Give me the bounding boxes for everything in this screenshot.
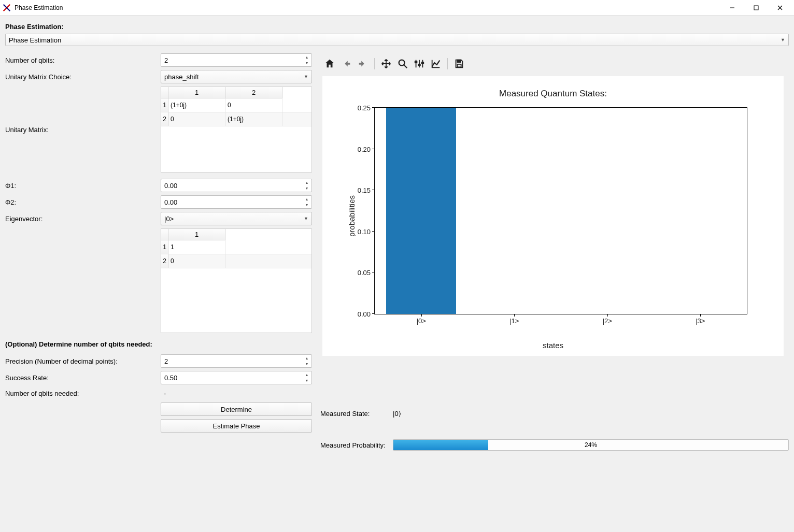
window-controls: [720, 0, 792, 16]
spinner-arrows-icon[interactable]: ▲▼: [303, 372, 310, 383]
num-qbits-value: 2: [164, 56, 168, 64]
matrix-row-header: 2: [161, 254, 168, 268]
chart-ylabel: probabilities: [347, 195, 356, 237]
unitary-matrix-table[interactable]: 1 2 1 (1+0j) 0 2 0 (1+0j): [161, 87, 312, 172]
algorithm-select[interactable]: Phase Estimation ▼: [5, 34, 789, 46]
unitary-choice-label: Unitary Matrix Choice:: [5, 73, 161, 81]
svg-rect-13: [422, 62, 424, 64]
matrix-cell[interactable]: 1: [168, 240, 225, 254]
chart-canvas[interactable]: Measured Quantum States: probabilities 0…: [322, 76, 784, 356]
qbits-needed-label: Number of qbits needed:: [5, 390, 161, 397]
eigenvector-select[interactable]: |0> ▼: [161, 212, 312, 225]
axes-edit-icon[interactable]: [429, 56, 443, 71]
matrix-cell[interactable]: (1+0j): [168, 98, 225, 112]
chart-xlabel: states: [543, 341, 563, 350]
estimate-phase-button[interactable]: Estimate Phase: [161, 419, 312, 433]
unitary-choice-value: phase_shift: [164, 73, 199, 81]
measured-prob-bar: 24%: [393, 439, 789, 451]
spinner-arrows-icon[interactable]: ▲▼: [303, 54, 310, 66]
measured-state-label: Measured State:: [320, 410, 393, 418]
algorithm-select-value: Phase Estimation: [9, 36, 61, 44]
save-icon[interactable]: [452, 56, 466, 71]
svg-rect-3: [754, 6, 758, 10]
phi1-label: Φ1:: [5, 182, 161, 190]
matrix-cell[interactable]: 0: [168, 112, 225, 126]
home-icon[interactable]: [322, 56, 337, 71]
qbits-needed-value: -: [161, 387, 312, 399]
matrix-row-header: 2: [161, 112, 168, 126]
chevron-down-icon: ▼: [304, 74, 308, 79]
toolbar-separator: [447, 58, 448, 69]
num-qbits-label: Number of qbits:: [5, 56, 161, 64]
matrix-cell[interactable]: 0: [168, 254, 225, 268]
determine-button[interactable]: Determine: [161, 402, 312, 416]
svg-rect-15: [457, 64, 461, 67]
measured-state-row: Measured State: |0⟩: [320, 410, 789, 418]
success-rate-label: Success Rate:: [5, 374, 161, 382]
matrix-col-header: 1: [168, 87, 225, 98]
titlebar: Phase Estimation: [0, 0, 794, 16]
phi2-label: Φ2:: [5, 198, 161, 206]
matrix-col-header: 1: [168, 229, 225, 240]
svg-rect-12: [418, 64, 420, 66]
minimize-button[interactable]: [720, 0, 744, 16]
chart-title: Measured Quantum States:: [322, 76, 784, 99]
matrix-row-header: 1: [161, 240, 168, 254]
matrix-row-header: 1: [161, 98, 168, 112]
forward-icon[interactable]: [356, 56, 370, 71]
precision-label: Precision (Number of decimal points):: [5, 357, 161, 365]
pan-icon[interactable]: [379, 56, 393, 71]
toolbar-separator: [374, 58, 375, 69]
app-window: Phase Estimation Phase Estimation: Phase…: [0, 0, 794, 532]
phi1-stepper[interactable]: 0.00 ▲▼: [161, 179, 312, 192]
chevron-down-icon: ▼: [781, 37, 785, 42]
precision-value: 2: [164, 357, 168, 365]
success-rate-stepper[interactable]: 0.50 ▲▼: [161, 371, 312, 384]
chevron-down-icon: ▼: [304, 216, 308, 221]
eigenvector-value: |0>: [164, 215, 174, 223]
svg-point-6: [399, 60, 405, 66]
phi2-stepper[interactable]: 0.00 ▲▼: [161, 195, 312, 209]
num-qbits-stepper[interactable]: 2 ▲▼: [161, 53, 312, 67]
svg-rect-11: [415, 61, 417, 63]
spinner-arrows-icon[interactable]: ▲▼: [303, 180, 310, 191]
precision-stepper[interactable]: 2 ▲▼: [161, 354, 312, 368]
page-title: Phase Estimation:: [5, 23, 789, 31]
eigenvector-matrix-label: [5, 228, 161, 333]
maximize-button[interactable]: [744, 0, 768, 16]
content-area: Phase Estimation: Phase Estimation ▼ Num…: [0, 16, 794, 532]
zoom-icon[interactable]: [395, 56, 410, 71]
left-panel: Number of qbits: 2 ▲▼ Unitary Matrix Cho…: [5, 53, 312, 451]
optional-header: (Optional) Determine number of qbits nee…: [5, 340, 312, 348]
measured-prob-label: Measured Probability:: [320, 441, 393, 449]
matrix-cell[interactable]: 0: [225, 98, 282, 112]
svg-rect-14: [457, 60, 460, 63]
phi1-value: 0.00: [164, 182, 177, 190]
matrix-col-header: 2: [225, 87, 282, 98]
eigenvector-matrix-table[interactable]: 1 1 1 2 0: [161, 228, 312, 333]
spinner-arrows-icon[interactable]: ▲▼: [303, 196, 310, 208]
success-rate-value: 0.50: [164, 374, 177, 382]
progress-label: 24%: [393, 440, 788, 450]
matrix-cell[interactable]: (1+0j): [225, 112, 282, 126]
spinner-arrows-icon[interactable]: ▲▼: [303, 355, 310, 367]
svg-line-7: [404, 65, 407, 68]
configure-icon[interactable]: [412, 56, 427, 71]
close-button[interactable]: [768, 0, 792, 16]
eigenvector-label: Eigenvector:: [5, 215, 161, 223]
app-icon: [2, 3, 11, 12]
plot-toolbar: [320, 53, 789, 74]
measured-state-value: |0⟩: [393, 410, 401, 418]
unitary-choice-select[interactable]: phase_shift ▼: [161, 70, 312, 83]
back-icon[interactable]: [339, 56, 353, 71]
phi2-value: 0.00: [164, 198, 177, 206]
window-title: Phase Estimation: [15, 4, 720, 11]
right-panel: Measured Quantum States: probabilities 0…: [320, 53, 789, 451]
plot-axes: 0.000.050.100.150.200.25|0>|1>|2>|3>: [374, 107, 747, 314]
measured-prob-row: Measured Probability: 24%: [320, 439, 789, 451]
unitary-matrix-label: Unitary Matrix:: [5, 87, 161, 172]
